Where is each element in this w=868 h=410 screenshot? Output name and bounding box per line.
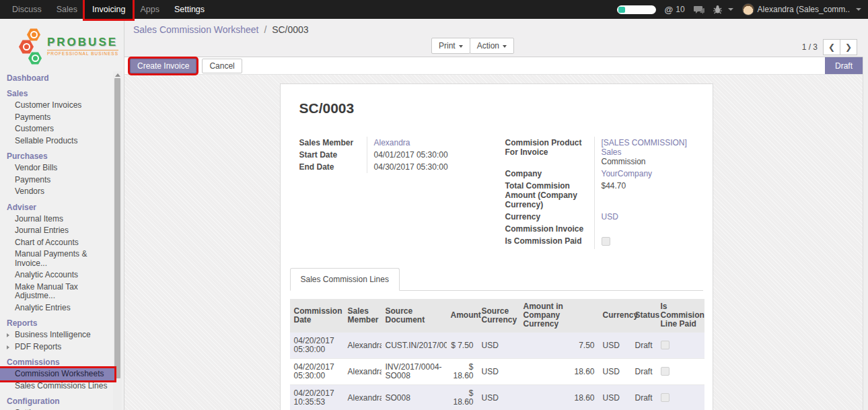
column-header-status[interactable]: Status [631,299,657,333]
logo-tagline: PROFESSIONAL BUSINESS [47,50,118,56]
sidebar-item-business-intelligence[interactable]: Business Intelligence [0,329,113,341]
sidebar-item-customer-invoices[interactable]: Customer Invoices [0,100,113,112]
topbar-menu-discuss[interactable]: Discuss [5,0,49,19]
topbar-menu-apps[interactable]: Apps [133,0,167,19]
commission-lines-table: Commission DateSales MemberSource Docume… [290,299,704,410]
statusbar: Create Invoice Cancel Draft [124,57,868,75]
cell-amount: $ 18.60 [447,359,478,385]
line-paid-checkbox[interactable] [661,393,670,402]
sidebar-item-analytic-entries[interactable]: Analytic Entries [0,302,113,314]
sidebar-item-analytic-accounts[interactable]: Analytic Accounts [0,269,113,281]
sidebar-item-vendor-bills[interactable]: Vendor Bills [0,162,113,174]
field-link-commision-product-for-invoice[interactable]: [SALES COMMISSION] Sales [602,138,687,157]
sidebar-section-sales[interactable]: Sales [0,88,113,100]
column-header-sales-member[interactable]: Sales Member [344,299,382,333]
cell-paid [657,333,704,359]
topbar-menu-sales[interactable]: Sales [49,0,85,19]
probuse-logo: PROBUSE PROFESSIONAL BUSINESS [0,19,124,70]
messages-icon[interactable] [694,5,704,14]
commission-line-row-3[interactable]: 04/20/2017 10:35:53AlexandraSO008$ 18.60… [290,385,704,410]
commission-line-row-2[interactable]: 04/20/2017 05:30:00AlexandraINV/2017/000… [290,359,704,385]
sidebar-section-reports[interactable]: Reports [0,318,113,329]
sidebar-item-sales-commissions-lines[interactable]: Sales Commissions Lines [0,380,113,392]
line-paid-checkbox[interactable] [661,341,670,349]
scroll-up-icon[interactable] [115,73,120,77]
debug-menu[interactable] [713,5,733,14]
sidebar-item-payments[interactable]: Payments [0,174,113,186]
chevron-down-icon [459,45,463,48]
field-label-total-commision-amount-company-currency: Total Commision Amount (Company Currency… [505,180,594,211]
pager-next-button[interactable]: ❯ [840,39,857,55]
sidebar-item-vendors[interactable]: Vendors [0,186,113,198]
cell-currency: USD [599,385,631,410]
action-button[interactable]: Action [470,38,514,54]
cell-member: Alexandra [344,333,382,359]
sidebar-item-journal-items[interactable]: Journal Items [0,213,113,226]
column-header-commission-date[interactable]: Commission Date [290,299,344,333]
cell-paid [657,385,704,410]
field-link-company[interactable]: YourCompany [602,169,653,178]
content: Sales Commission Worksheet / SC/0003 Pri… [124,19,868,410]
sidebar-nav: DashboardSalesCustomer InvoicesPaymentsC… [0,70,113,410]
field-link-sales-member[interactable]: Alexandra [374,138,410,147]
timer-widget[interactable] [617,5,656,14]
field-label-commission-invoice: Commission Invoice [505,223,594,235]
sidebar-scrollbar[interactable] [113,71,122,410]
sidebar-item-settings[interactable]: Settings [0,407,113,410]
activity-count: 10 [676,5,684,14]
field-row-currency: CurrencyUSD [505,211,694,223]
sidebar-scrollbar-thumb[interactable] [114,78,120,378]
field-row-total-commision-amount-company-currency: Total Commision Amount (Company Currency… [505,180,694,211]
column-header-source-document[interactable]: Source Document [382,299,447,333]
print-button[interactable]: Print [431,38,470,54]
sidebar-item-make-manual-tax-adjustme[interactable]: Make Manual Tax Adjustme... [0,281,113,302]
tab-sales-commission-lines[interactable]: Sales Commission Lines [290,268,400,291]
topbar-menu-settings[interactable]: Settings [167,0,212,19]
activity-menu[interactable]: @ 10 [665,5,685,15]
checkbox-is-commission-paid[interactable] [602,237,610,246]
field-group: Sales MemberAlexandraStart Date04/01/201… [299,137,694,249]
breadcrumb-current: SC/0003 [272,24,308,35]
field-row-commission-invoice: Commission Invoice [505,223,694,235]
topbar-menu-invoicing[interactable]: Invoicing [85,0,133,19]
topbar-menus: DiscussSalesInvoicingAppsSettings [5,0,212,19]
cell-amount: $ 7.50 [447,333,478,359]
create-invoice-button[interactable]: Create Invoice [130,59,196,73]
sidebar-item-commission-worksheets[interactable]: Commission Worksheets [0,368,114,380]
logo-hexagons-icon [19,27,44,66]
column-header-is-commision-line-paid[interactable]: Is Commision Line Paid [657,299,704,333]
sidebar-item-chart-of-accounts[interactable]: Chart of Accounts [0,237,113,249]
sidebar-section-configuration[interactable]: Configuration [0,396,113,407]
sidebar-item-payments[interactable]: Payments [0,112,113,124]
control-panel: Sales Commission Worksheet / SC/0003 Pri… [124,19,868,57]
app-body: PROBUSE PROFESSIONAL BUSINESS DashboardS… [0,19,868,410]
cell-currency: USD [599,359,631,385]
line-paid-checkbox[interactable] [661,367,670,376]
commission-line-row-1[interactable]: 04/20/2017 05:30:00AlexandraCUST.IN/2017… [290,333,704,359]
column-header-source-currency[interactable]: Source Currency [478,299,519,333]
user-menu[interactable]: Alexandra (Sales_comm.. [742,3,861,15]
field-link-currency[interactable]: USD [602,212,618,221]
sidebar-item-sellable-products[interactable]: Sellable Products [0,135,113,147]
chevron-down-icon [503,45,507,48]
sidebar-section-purchases[interactable]: Purchases [0,151,113,162]
cell-src_cur: USD [478,385,519,410]
pager-previous-button[interactable]: ❮ [823,39,840,55]
cancel-button[interactable]: Cancel [202,59,242,73]
sidebar-item-manual-payments-invoice[interactable]: Manual Payments & Invoice... [0,248,113,269]
cell-amount: $ 18.60 [447,385,478,410]
sidebar-section-dashboard[interactable]: Dashboard [0,73,113,84]
field-row-start-date: Start Date04/01/2017 05:30:00 [299,149,488,161]
page-scrollbar[interactable] [863,57,868,410]
sidebar-item-customers[interactable]: Customers [0,123,113,135]
column-header-currency[interactable]: Currency [599,299,631,333]
sidebar-section-adviser[interactable]: Adviser [0,202,113,213]
column-header-amount-in-company-currency[interactable]: Amount in Company Currency [519,299,599,333]
sidebar-section-commissions[interactable]: Commissions [0,357,113,368]
sidebar-item-journal-entries[interactable]: Journal Entries [0,225,113,237]
sidebar-item-pdf-reports[interactable]: PDF Reports [0,341,113,353]
field-value-total-commision-amount-company-currency: $44.70 [594,180,694,211]
breadcrumb-worksheets-link[interactable]: Sales Commission Worksheet [133,24,258,35]
column-header-amount[interactable]: Amount [447,299,478,333]
field-label-is-commission-paid: Is Commission Paid [505,235,594,249]
